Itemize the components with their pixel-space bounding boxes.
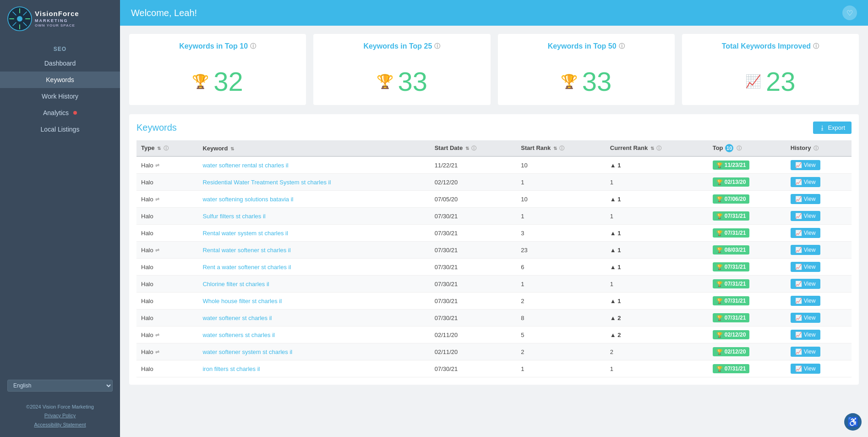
user-menu-button[interactable]: ♡	[842, 6, 857, 20]
cell-type: Halo ⇌	[136, 156, 198, 174]
th-keyword: Keyword ⇅	[198, 140, 430, 156]
stat-card-top10-info-icon[interactable]: ⓘ	[250, 42, 256, 50]
trend-up-icon: 📈	[745, 75, 761, 88]
cell-keyword: Rental water system st charles il	[198, 225, 430, 242]
chart-icon: 📈	[795, 281, 802, 287]
stat-card-total-improved: Total Keywords Improved ⓘ 📈 23	[682, 34, 859, 105]
cell-top-badge: 🏆07/31/21	[708, 293, 786, 310]
th-type-info-icon[interactable]: ⓘ	[164, 145, 169, 151]
th-top-info-icon[interactable]: ⓘ	[737, 145, 742, 151]
table-row: Halo Whole house filter st charles il 07…	[136, 293, 852, 310]
table-row: Halo ⇌ water softening solutions batavia…	[136, 191, 852, 208]
cell-start-date: 07/30/21	[430, 360, 517, 377]
view-history-button[interactable]: 📈 View	[791, 364, 820, 374]
stat-card-top25-info-icon[interactable]: ⓘ	[434, 42, 440, 50]
cell-type: Halo	[136, 225, 198, 242]
table-row: Halo Chlorine filter st charles il 07/30…	[136, 276, 852, 293]
swap-icon: ⇌	[155, 332, 159, 338]
th-top: Top 10 ⓘ	[708, 140, 786, 156]
th-start-rank-info-icon[interactable]: ⓘ	[559, 145, 564, 151]
language-select[interactable]: English	[7, 380, 113, 392]
cell-top-badge: 🏆07/31/21	[708, 310, 786, 326]
cell-type: Halo ⇌	[136, 343, 198, 360]
sidebar-item-keywords[interactable]: Keywords	[0, 72, 120, 88]
trophy-icon: 🏆	[716, 349, 723, 355]
footer-copyright: ©2024 Vision Force Marketing	[7, 403, 113, 412]
cell-keyword: Rent a water softener st charles il	[198, 259, 430, 276]
stat-card-top50: Keywords in Top 50 ⓘ 🏆 33	[498, 34, 675, 105]
cell-start-rank: 1	[516, 174, 606, 191]
cell-start-date: 07/05/20	[430, 191, 517, 208]
th-history: History ⓘ	[786, 140, 852, 156]
cell-keyword: Sulfur filters st charles il	[198, 208, 430, 225]
cell-keyword: Residential Water Treatment System st ch…	[198, 174, 430, 191]
trophy-icon: 🏆	[716, 332, 723, 338]
view-history-button[interactable]: 📈 View	[791, 262, 820, 272]
sort-icon: ⇅	[465, 146, 469, 151]
sidebar: VisionForce MARKETING OWN YOUR SPACE SEO…	[0, 0, 120, 437]
cell-start-date: 07/30/21	[430, 293, 517, 310]
cell-history: 📈 View	[786, 225, 852, 242]
th-start-date-info-icon[interactable]: ⓘ	[471, 145, 476, 151]
cell-start-date: 11/22/21	[430, 156, 517, 174]
cell-top-badge: 🏆07/31/21	[708, 276, 786, 293]
cell-current-rank: ▲ 1	[606, 259, 708, 276]
cell-start-rank: 23	[516, 242, 606, 259]
view-history-button[interactable]: 📈 View	[791, 279, 820, 289]
cell-keyword: water softener system st charles il	[198, 343, 430, 360]
cell-keyword: water softener rental st charles il	[198, 156, 430, 174]
stat-card-total-improved-title: Total Keywords Improved ⓘ	[722, 42, 819, 50]
view-history-button[interactable]: 📈 View	[791, 211, 820, 221]
view-history-button[interactable]: 📈 View	[791, 330, 820, 340]
accessibility-button[interactable]: ♿	[844, 413, 862, 431]
cell-start-rank: 2	[516, 343, 606, 360]
table-row: Halo Residential Water Treatment System …	[136, 174, 852, 191]
view-history-button[interactable]: 📈 View	[791, 160, 820, 170]
cell-start-date: 07/30/21	[430, 225, 517, 242]
table-row: Halo iron filters st charles il 07/30/21…	[136, 360, 852, 377]
export-button[interactable]: ⭳ Export	[813, 122, 852, 134]
view-history-button[interactable]: 📈 View	[791, 228, 820, 238]
stat-card-total-improved-info-icon[interactable]: ⓘ	[813, 42, 819, 50]
view-history-button[interactable]: 📈 View	[791, 313, 820, 323]
privacy-policy-link[interactable]: Privacy Policy	[44, 413, 76, 418]
th-history-info-icon[interactable]: ⓘ	[813, 145, 819, 151]
cell-history: 📈 View	[786, 191, 852, 208]
sidebar-item-label: Work History	[42, 93, 78, 100]
sort-icon: ⇅	[650, 146, 654, 151]
accessibility-statement-link[interactable]: Accessibility Statement	[34, 422, 86, 427]
top-badge-num: 10	[725, 144, 733, 152]
stat-card-top50-info-icon[interactable]: ⓘ	[619, 42, 625, 50]
cell-type: Halo ⇌	[136, 242, 198, 259]
table-row: Halo ⇌ water softener rental st charles …	[136, 156, 852, 174]
sidebar-item-analytics[interactable]: Analytics	[0, 105, 120, 121]
view-history-button[interactable]: 📈 View	[791, 177, 820, 187]
cell-history: 📈 View	[786, 208, 852, 225]
cell-start-rank: 10	[516, 191, 606, 208]
cell-type: Halo	[136, 276, 198, 293]
view-history-button[interactable]: 📈 View	[791, 194, 820, 204]
chart-icon: 📈	[795, 365, 802, 372]
cell-start-rank: 1	[516, 360, 606, 377]
th-current-rank: Current Rank ⇅ ⓘ	[606, 140, 708, 156]
sidebar-seo-label: SEO	[0, 38, 120, 55]
stat-card-top10-value: 🏆 32	[192, 68, 243, 95]
cell-current-rank: 1	[606, 208, 708, 225]
cell-type: Halo	[136, 360, 198, 377]
analytics-notification-badge	[73, 111, 77, 115]
view-history-button[interactable]: 📈 View	[791, 347, 820, 357]
stat-card-top25-title: Keywords in Top 25 ⓘ	[363, 42, 440, 50]
cell-top-badge: 🏆07/31/21	[708, 360, 786, 377]
cell-start-rank: 10	[516, 156, 606, 174]
sidebar-item-local-listings[interactable]: Local Listings	[0, 121, 120, 138]
chart-icon: 📈	[795, 332, 802, 338]
cell-current-rank: 2	[606, 343, 708, 360]
keywords-header: Keywords ⭳ Export	[136, 122, 852, 134]
view-history-button[interactable]: 📈 View	[791, 296, 820, 306]
th-current-rank-info-icon[interactable]: ⓘ	[656, 145, 661, 151]
trophy-icon: 🏆	[192, 75, 209, 89]
cell-current-rank: ▲ 1	[606, 191, 708, 208]
sidebar-item-dashboard[interactable]: Dashboard	[0, 55, 120, 72]
view-history-button[interactable]: 📈 View	[791, 245, 820, 255]
sidebar-item-work-history[interactable]: Work History	[0, 88, 120, 105]
